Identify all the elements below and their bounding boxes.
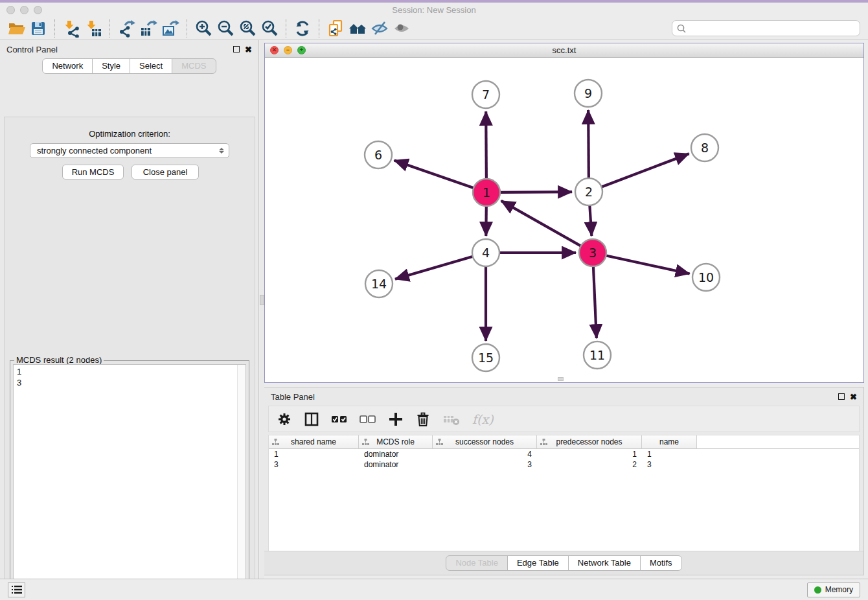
graph-edge-1-4[interactable]: [486, 205, 486, 236]
tab-select[interactable]: Select: [130, 58, 172, 74]
graph-node-label-11: 11: [589, 348, 605, 362]
add-column-icon[interactable]: [388, 410, 404, 429]
table-tab-bar: Node Table Edge Table Network Table Moti…: [264, 551, 863, 575]
cell-name[interactable]: 3: [642, 460, 697, 469]
cell-shared-name[interactable]: 3: [269, 460, 359, 469]
graph-node-label-2: 2: [585, 185, 593, 199]
toolbar-separator: [187, 19, 187, 38]
settings-gear-icon[interactable]: [277, 410, 292, 429]
task-history-button[interactable]: [8, 583, 25, 597]
first-neighbors-icon[interactable]: [347, 19, 369, 38]
optimization-criterion-label: Optimization criterion:: [5, 129, 255, 139]
graph-edge-3-10[interactable]: [605, 255, 690, 273]
import-table-icon[interactable]: [82, 19, 104, 38]
float-table-panel-icon[interactable]: [838, 393, 845, 400]
control-panel-title: Control Panel: [6, 45, 58, 54]
close-table-panel-icon[interactable]: ✖: [850, 393, 857, 401]
cell-successor-nodes[interactable]: 4: [433, 450, 537, 459]
tab-edge-table[interactable]: Edge Table: [507, 555, 569, 571]
column-header-name[interactable]: name: [642, 435, 697, 448]
tab-style[interactable]: Style: [92, 58, 130, 74]
graph-edge-3-1[interactable]: [501, 201, 582, 247]
graph-node-label-3: 3: [589, 246, 597, 260]
zoom-selected-icon[interactable]: [258, 19, 280, 38]
function-builder-icon: f(x): [472, 410, 494, 429]
control-panel-tabs: Network Style Select MCDS: [0, 58, 258, 74]
tab-node-table[interactable]: Node Table: [446, 555, 508, 571]
graph-edge-1-2[interactable]: [499, 192, 572, 192]
table-panel: Table Panel ✖ f(x): [264, 387, 864, 575]
zoom-out-icon[interactable]: [214, 19, 236, 38]
graph-edge-2-3[interactable]: [589, 204, 591, 236]
tab-network-table[interactable]: Network Table: [568, 555, 641, 571]
graph-edge-1-7[interactable]: [486, 111, 486, 180]
memory-button[interactable]: Memory: [807, 583, 860, 597]
select-all-columns-icon[interactable]: [331, 410, 348, 429]
column-header-mcds-role[interactable]: MCDS role: [359, 435, 433, 448]
cell-successor-nodes[interactable]: 3: [433, 460, 537, 469]
network-resize-handle[interactable]: [558, 377, 564, 381]
search-box[interactable]: [672, 20, 860, 36]
delete-table-icon: [442, 410, 461, 429]
app-title: Session: New Session: [0, 5, 868, 15]
graph-edge-2-9[interactable]: [588, 110, 589, 179]
save-session-icon[interactable]: [27, 19, 49, 38]
splitter-grip[interactable]: [260, 295, 264, 305]
close-panel-button[interactable]: Close panel: [131, 165, 199, 179]
criterion-dropdown[interactable]: strongly connected component: [30, 143, 229, 158]
table-row[interactable]: 1 dominator 4 1 1: [269, 449, 859, 459]
dropdown-stepper-icon: [219, 148, 224, 154]
show-column-panel-icon[interactable]: [304, 410, 319, 429]
cell-name[interactable]: 1: [642, 450, 697, 459]
float-panel-icon[interactable]: [233, 46, 240, 52]
unselect-all-columns-icon[interactable]: [360, 410, 376, 429]
import-network-icon[interactable]: [60, 19, 82, 38]
export-network-icon[interactable]: [115, 19, 137, 38]
graph-node-label-7: 7: [482, 87, 490, 102]
network-window-titlebar[interactable]: ✕ − + scc.txt: [265, 43, 863, 58]
tab-mcds[interactable]: MCDS: [172, 58, 216, 74]
toolbar-separator: [54, 19, 55, 38]
export-image-icon[interactable]: [159, 19, 181, 38]
tab-network[interactable]: Network: [42, 58, 93, 74]
tab-motifs[interactable]: Motifs: [640, 555, 682, 571]
result-scrollbar[interactable]: [237, 365, 246, 600]
cell-predecessor-nodes[interactable]: 2: [537, 460, 642, 469]
graph-edge-4-14[interactable]: [395, 256, 474, 279]
table-row[interactable]: 3 dominator 3 2 3: [269, 459, 859, 470]
zoom-fit-icon[interactable]: [236, 19, 258, 38]
table-panel-title: Table Panel: [271, 392, 315, 402]
column-header-shared-name[interactable]: shared name: [269, 435, 359, 448]
search-input[interactable]: [689, 23, 856, 33]
refresh-icon[interactable]: [291, 19, 314, 38]
graph-edge-3-11[interactable]: [593, 265, 597, 338]
clone-network-icon[interactable]: [325, 19, 347, 38]
column-header-predecessor-nodes[interactable]: predecessor nodes: [537, 435, 642, 448]
cell-mcds-role[interactable]: dominator: [359, 460, 433, 469]
panel-splitter[interactable]: [260, 40, 264, 579]
toolbar-separator: [109, 19, 110, 38]
graph-node-label-6: 6: [374, 148, 382, 162]
hide-selected-icon[interactable]: [369, 19, 391, 38]
cell-shared-name[interactable]: 1: [269, 450, 359, 459]
zoom-in-icon[interactable]: [192, 19, 214, 38]
export-table-icon[interactable]: [137, 19, 159, 38]
mcds-result-text[interactable]: 1 3: [13, 364, 246, 600]
graph-edge-2-8[interactable]: [600, 154, 689, 187]
run-mcds-button[interactable]: Run MCDS: [62, 165, 124, 179]
graph-edge-1-6[interactable]: [394, 161, 475, 189]
close-panel-icon[interactable]: ✖: [245, 45, 252, 54]
network-graph[interactable]: 7968124314101511: [265, 58, 863, 382]
graph-node-label-1: 1: [483, 185, 490, 200]
graph-node-label-15: 15: [478, 351, 494, 365]
mcds-result-title: MCDS result (2 nodes): [14, 355, 104, 365]
memory-status-dot: [814, 586, 821, 594]
mcds-panel: Optimization criterion: strongly connect…: [4, 117, 255, 600]
cell-mcds-role[interactable]: dominator: [359, 450, 433, 459]
show-all-icon[interactable]: [391, 19, 413, 38]
column-header-successor-nodes[interactable]: successor nodes: [433, 435, 537, 448]
delete-columns-icon[interactable]: [415, 410, 431, 429]
open-file-icon[interactable]: [5, 19, 27, 38]
cell-predecessor-nodes[interactable]: 1: [537, 450, 642, 459]
graph-node-label-9: 9: [584, 86, 592, 100]
